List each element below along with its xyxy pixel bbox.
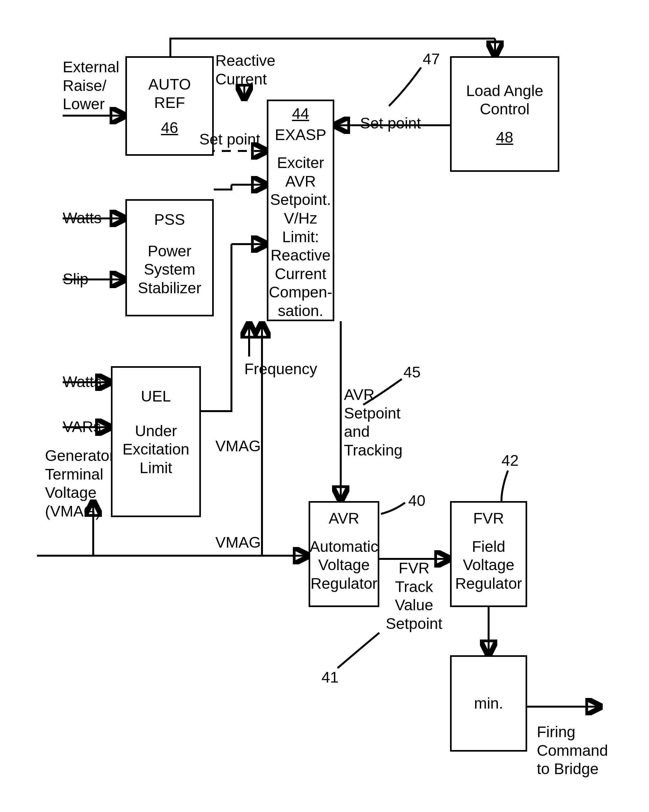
fvr-title: FVR (473, 509, 504, 528)
auto-ref-ref: 46 (161, 119, 178, 137)
input-frequency: Frequency (244, 360, 317, 379)
input-watts-2: Watts (63, 372, 102, 391)
block-fvr: FVR Field Voltage Regulator (450, 501, 527, 607)
exasp-desc: Exciter AVR Setpoint. V/Hz Limit: Reacti… (269, 154, 332, 320)
load-angle-ref: 48 (496, 128, 513, 147)
label-vmag-mid: VMAG (215, 437, 261, 455)
input-reactive-current: Reactive Current (215, 51, 276, 89)
load-angle-title: Load Angle Control (466, 82, 543, 119)
pss-title: PSS (154, 211, 185, 229)
input-generator-terminal-voltage: Generator Terminal Voltage (VMAG) (45, 446, 115, 520)
input-slip: Slip (63, 270, 89, 288)
uel-title: UEL (141, 387, 171, 406)
callout-40: 40 (408, 491, 425, 510)
uel-desc: Under Excitation Limit (122, 422, 189, 477)
pss-desc: Power System Stabilizer (138, 242, 201, 298)
callout-42: 42 (502, 451, 519, 470)
block-avr: AVR Automatic Voltage Regulator (309, 501, 379, 607)
callout-45: 45 (403, 363, 421, 382)
signal-avr-setpoint-tracking: AVR Setpoint and Tracking (344, 385, 403, 459)
input-vars: VARs (63, 418, 101, 436)
avr-desc: Automatic Voltage Regulator (309, 537, 378, 593)
callout-47: 47 (423, 50, 440, 69)
callout-41: 41 (321, 668, 338, 687)
block-exasp: 44 EXASP Exciter AVR Setpoint. V/Hz Limi… (267, 99, 334, 321)
block-uel: UEL Under Excitation Limit (111, 366, 201, 517)
avr-title: AVR (329, 509, 359, 528)
signal-set-point-dashed: Set point (199, 130, 260, 149)
exasp-title: EXASP (275, 125, 326, 144)
block-min: min. (450, 655, 527, 752)
input-watts-1: Watts (63, 209, 102, 227)
signal-fvr-track: FVR Track Value Setpoint (386, 559, 442, 633)
exasp-ref: 44 (292, 104, 309, 123)
label-vmag-low: VMAG (215, 533, 261, 552)
input-external-raise-lower: External Raise/ Lower (63, 58, 119, 113)
min-title: min. (474, 694, 504, 713)
auto-ref-title: AUTO REF (148, 75, 191, 112)
signal-set-point-right: Set point (360, 114, 421, 133)
signal-firing-command: Firing Command to Bridge (537, 723, 608, 778)
block-pss: PSS Power System Stabilizer (126, 199, 214, 316)
diagram-canvas: External Raise/ Lower Reactive Current W… (0, 0, 649, 812)
fvr-desc: Field Voltage Regulator (455, 537, 522, 593)
block-load-angle-control: Load Angle Control 48 (450, 56, 559, 172)
